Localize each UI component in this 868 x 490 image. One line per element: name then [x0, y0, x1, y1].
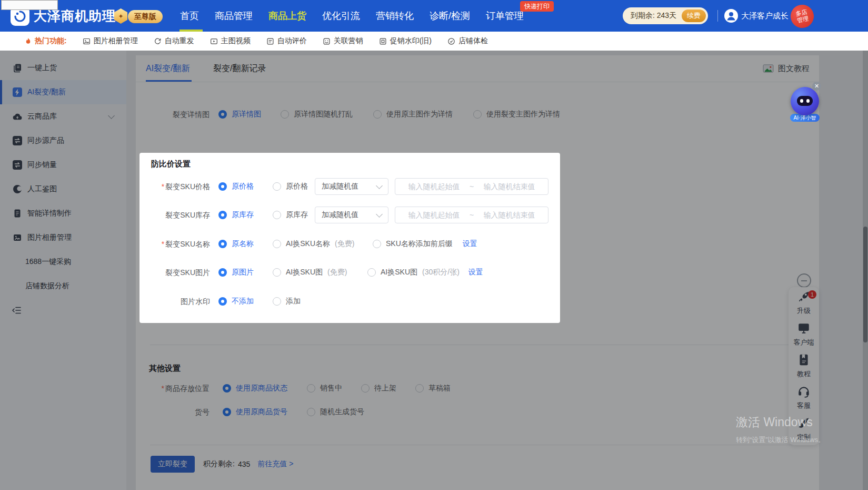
sku-image-row: 裂变SKU图片 原图片 AI换SKU图(免费) AI换SKU图(30积分/张)设…: [139, 264, 560, 281]
radio-pending-shelf[interactable]: 待上架: [361, 380, 396, 397]
tutorial-link[interactable]: 图文教程: [763, 55, 810, 82]
hot-item-shop-checkup[interactable]: 店铺体检: [447, 36, 488, 46]
toolbar-item-upgrade[interactable]: 1 升级: [789, 290, 819, 316]
price-mode-select[interactable]: 加减随机值: [315, 178, 388, 195]
express-print-badge[interactable]: 快递打印: [520, 1, 554, 12]
radio-ai-sku-image-paid[interactable]: AI换SKU图(30积分/张)设置: [367, 264, 483, 281]
nav-item-orders[interactable]: 订单管理: [486, 9, 524, 22]
nav-item-marketing[interactable]: 营销转化: [376, 9, 414, 22]
scrollbar-thumb[interactable]: [863, 227, 867, 342]
required-asterisk: *: [162, 240, 164, 248]
radio-original-detail[interactable]: 原详情图: [218, 106, 261, 123]
hot-functions-title: 热门功能:: [24, 36, 67, 46]
radio-icon: [367, 268, 376, 277]
radio-icon: [373, 240, 381, 248]
ai-assistant-widget[interactable]: ✕ AI·泽小智: [790, 82, 820, 122]
radio-modified-stock[interactable]: 原库存: [273, 207, 308, 223]
fission-detail-row: 裂变详情图 原详情图 原详情图随机打乱 使用原主图作为详情 使用裂变主图作为详情: [136, 106, 819, 123]
tilde-separator: ~: [470, 182, 474, 191]
image-settings-link[interactable]: 设置: [468, 268, 483, 277]
toolbar-collapse-button[interactable]: [797, 273, 811, 288]
radio-original-image[interactable]: 原图片: [218, 264, 254, 281]
radio-fission-main-as-detail[interactable]: 使用裂变主图作为详情: [473, 106, 560, 123]
radio-draft-box[interactable]: 草稿箱: [415, 380, 451, 397]
field-label: *商品存放位置: [136, 380, 209, 397]
radio-modified-price[interactable]: 原价格: [273, 178, 308, 195]
radio-icon: [307, 384, 315, 393]
item-code-row: 货号 使用原商品货号 随机生成货号: [136, 404, 819, 420]
ai-robot-avatar[interactable]: [791, 87, 819, 115]
points-note: (30积分/张): [422, 268, 460, 277]
radio-icon: [273, 211, 281, 219]
stock-range-end-input[interactable]: [476, 210, 543, 220]
anti-price-compare-panel: 防比价设置 *裂变SKU价格 原价格 原价格 加减随机值 ~ 裂变SKU库存 原…: [139, 153, 560, 323]
stock-range-start-input[interactable]: [401, 210, 467, 220]
radio-use-original-status[interactable]: 使用原商品状态: [223, 380, 287, 397]
sidebar-item-album-manage[interactable]: 图片相册管理: [0, 226, 126, 250]
toolbar-item-support[interactable]: 客服: [789, 385, 819, 410]
sidebar-item-shop-analytics[interactable]: 店铺数据分析: [0, 274, 126, 298]
sidebar-item-ai-fission[interactable]: AI裂变/翻新: [0, 80, 126, 104]
nav-item-product-manage[interactable]: 商品管理: [215, 9, 253, 22]
hot-item-album-manage[interactable]: 图片相册管理: [83, 36, 138, 46]
sidebar-item-sync-source[interactable]: 同步源产品: [0, 129, 126, 153]
sidebar-item-smart-detail[interactable]: 智能详情制作: [0, 201, 126, 226]
renew-button[interactable]: 续费: [682, 9, 706, 22]
nav-item-product-upload[interactable]: 商品上货: [268, 9, 306, 22]
hot-item-auto-repost[interactable]: 自动重发: [154, 36, 194, 46]
radio-icon: [273, 182, 281, 191]
field-label: 货号: [136, 404, 209, 420]
start-fission-button[interactable]: 立即裂变: [151, 456, 195, 473]
sidebar-item-manual-image-check[interactable]: 人工鉴图: [0, 177, 126, 201]
sidebar-item-one-key-upload[interactable]: 一键上货: [0, 56, 126, 80]
radio-random-code[interactable]: 随机生成货号: [307, 404, 364, 420]
name-settings-link[interactable]: 设置: [463, 239, 477, 249]
radio-use-original-code[interactable]: 使用原商品货号: [223, 404, 287, 420]
radio-on-sale[interactable]: 销售中: [307, 380, 342, 397]
hot-item-related-marketing[interactable]: 关联营销: [323, 36, 363, 46]
field-label: 裂变SKU库存: [139, 207, 210, 223]
sidebar-item-cloud-products[interactable]: 云商品库: [0, 104, 126, 129]
radio-ai-sku-image-free[interactable]: AI换SKU图(免费): [273, 264, 347, 281]
radio-main-as-detail[interactable]: 使用原主图作为详情: [373, 106, 453, 123]
radio-add-watermark[interactable]: 添加: [273, 293, 301, 310]
toolbar-item-customize[interactable]: 定制: [789, 416, 819, 442]
headset-icon: [797, 385, 811, 398]
toolbar-item-tutorial[interactable]: 教程: [789, 353, 819, 379]
points-remaining-label: 积分剩余:: [203, 459, 235, 469]
radio-shuffled-detail[interactable]: 原详情图随机打乱: [281, 106, 353, 123]
radio-original-stock[interactable]: 原库存: [218, 207, 254, 223]
chevron-down-icon: [108, 112, 115, 119]
radio-ai-sku-name[interactable]: AI换SKU名称(免费): [273, 236, 354, 252]
radio-original-name[interactable]: 原名称: [218, 236, 254, 252]
sidebar-item-sync-sales[interactable]: 同步销量: [0, 153, 126, 177]
price-range-end-input[interactable]: [476, 182, 543, 191]
price-range-start-input[interactable]: [401, 182, 467, 191]
radio-no-watermark[interactable]: 不添加: [218, 293, 254, 310]
tab-fission-records[interactable]: 裂变/翻新记录: [213, 55, 266, 82]
hot-functions-bar: 热门功能: 图片相册管理 自动重发 主图视频 自动评价 关联营销 促销水印(旧): [0, 32, 868, 51]
sidebar-item-1688-purchase[interactable]: 1688一键采购: [0, 250, 126, 274]
nav-item-traffic[interactable]: 优化引流: [322, 9, 360, 22]
hot-item-promo-watermark[interactable]: 促销水印(旧): [379, 36, 432, 46]
nav-item-home[interactable]: 首页: [180, 9, 199, 22]
tab-ai-fission[interactable]: AI裂变/翻新: [146, 55, 190, 82]
expiry-text: 到期余: 243天: [631, 11, 676, 21]
book-icon: [797, 353, 811, 367]
stock-mode-select[interactable]: 加减随机值: [315, 207, 388, 223]
collapse-sidebar-icon[interactable]: [12, 306, 22, 315]
multi-store-badge[interactable]: 多店 管理: [789, 3, 816, 30]
product-location-row: *商品存放位置 使用原商品状态 销售中 待上架 草稿箱: [136, 380, 819, 397]
close-icon[interactable]: ✕: [812, 82, 821, 91]
radio-name-prefix-suffix[interactable]: SKU名称添加前后缀设置: [373, 236, 477, 252]
toolbar-item-client[interactable]: 客户端: [789, 321, 819, 347]
radio-selected-icon: [223, 384, 231, 393]
user-avatar-icon[interactable]: [724, 9, 738, 23]
recharge-link[interactable]: 前往充值 >: [257, 459, 293, 469]
hot-item-main-video[interactable]: 主图视频: [210, 36, 251, 46]
hot-item-auto-review[interactable]: 自动评价: [266, 36, 307, 46]
radio-original-price[interactable]: 原价格: [218, 178, 254, 195]
nav-item-diagnosis[interactable]: 诊断/检测: [430, 9, 470, 22]
chevron-down-icon: [376, 211, 383, 218]
username-text[interactable]: 大泽客户成长: [741, 0, 789, 32]
